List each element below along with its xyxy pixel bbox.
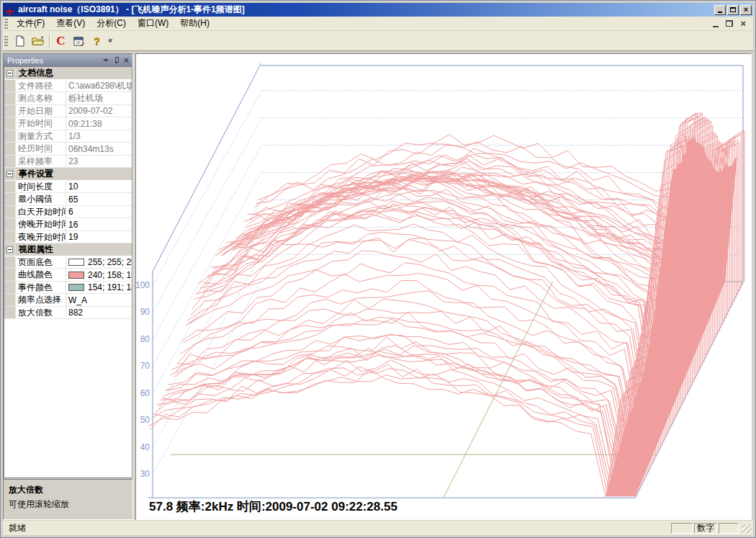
property-row: 时间长度10 xyxy=(4,181,132,194)
property-label: 开始日期 xyxy=(16,105,66,117)
property-row: 频率点选择W_A xyxy=(4,294,132,307)
property-value[interactable]: W_A xyxy=(66,294,132,306)
menu-item[interactable]: 分析(C) xyxy=(91,16,132,31)
property-section-header[interactable]: 事件设置 xyxy=(4,168,132,181)
property-label: 曲线颜色 xyxy=(16,269,66,281)
property-row: 傍晚开始时间16 xyxy=(4,218,132,231)
panel-pin-icon[interactable] xyxy=(114,57,119,64)
properties-button[interactable] xyxy=(70,32,88,50)
waterfall-slice xyxy=(153,367,640,488)
property-label: 文件路径 xyxy=(16,80,66,92)
property-label: 经历时间 xyxy=(16,143,66,155)
property-value[interactable]: 65 xyxy=(66,193,132,205)
help-button[interactable]: ? xyxy=(88,32,106,50)
property-value[interactable]: 23 xyxy=(66,156,132,168)
property-label: 开始时间 xyxy=(16,117,66,130)
panel-dropdown-icon[interactable] xyxy=(103,59,109,62)
property-value[interactable]: 06h34m13s xyxy=(66,143,132,155)
db-axis-tick: 30 xyxy=(140,469,150,479)
property-value[interactable]: 2009-07-02 xyxy=(66,105,132,117)
property-value[interactable]: 882 xyxy=(66,307,132,319)
new-document-icon xyxy=(14,35,26,47)
property-row: 经历时间06h34m13s xyxy=(4,143,132,156)
properties-panel: Properties × 文档信息文件路径C:\awa6298\机场测点名称栎社… xyxy=(3,53,133,520)
property-value[interactable]: 19 xyxy=(66,231,132,243)
property-row: 白天开始时间6 xyxy=(4,206,132,219)
property-value[interactable]: 10 xyxy=(66,181,132,193)
waterfall-chart-area[interactable]: 10090807060504030 57.8 频率:2kHz 时间:2009-0… xyxy=(135,53,752,520)
panel-close-icon[interactable]: × xyxy=(124,57,129,64)
property-row: 文件路径C:\awa6298\机场 xyxy=(4,80,132,93)
maximize-button[interactable] xyxy=(727,5,739,15)
app-icon-airplane xyxy=(4,5,16,15)
property-row: 测点名称栎社机场 xyxy=(4,92,132,105)
properties-panel-title: Properties xyxy=(7,56,43,65)
status-cell-num: 数字 xyxy=(694,523,717,534)
collapse-icon[interactable] xyxy=(6,246,13,253)
property-row: 最小阈值65 xyxy=(4,193,132,206)
help-icon: ? xyxy=(94,35,100,47)
toolbar-overflow-button[interactable] xyxy=(106,33,114,49)
close-button[interactable]: × xyxy=(740,5,752,15)
mdi-minimize-icon[interactable] xyxy=(713,26,719,27)
mdi-restore-icon[interactable] xyxy=(726,20,733,27)
application-window: { "window": { "title": "aircraft noise（I… xyxy=(0,0,756,538)
property-section-header[interactable]: 文档信息 xyxy=(4,67,132,80)
property-value[interactable]: 240; 158; 158 xyxy=(66,269,132,281)
analyze-c-button[interactable]: C xyxy=(52,32,70,50)
menu-item[interactable]: 查看(V) xyxy=(50,16,91,31)
property-row: 事件颜色154; 191; 188 xyxy=(4,282,132,295)
menu-item[interactable]: 窗口(W) xyxy=(132,16,174,31)
waterfall-slice xyxy=(150,375,636,495)
property-label: 测点名称 xyxy=(16,92,66,104)
property-value[interactable]: 16 xyxy=(66,218,132,230)
waterfall-3d-plot[interactable]: 10090807060504030 xyxy=(136,54,751,519)
property-value[interactable]: 6 xyxy=(66,206,132,218)
color-swatch xyxy=(68,284,84,291)
waterfall-slice xyxy=(177,274,664,441)
property-description-text: 可使用滚轮缩放 xyxy=(9,498,127,511)
section-title: 事件设置 xyxy=(16,168,53,180)
properties-panel-header[interactable]: Properties × xyxy=(4,54,132,66)
property-label: 采样频率 xyxy=(16,156,66,168)
property-label: 夜晚开始时间 xyxy=(16,231,66,243)
property-value[interactable]: 09:21:38 xyxy=(66,117,132,130)
resize-grip[interactable] xyxy=(742,524,752,534)
title-bar[interactable]: aircraft noise（ISO3891） - [飞机噪声分析1-事件1频谱… xyxy=(3,3,753,17)
toolbar-separator xyxy=(49,34,50,48)
property-value[interactable]: C:\awa6298\机场 xyxy=(66,80,132,92)
menu-item[interactable]: 文件(F) xyxy=(11,16,50,31)
section-title: 文档信息 xyxy=(16,67,53,79)
db-axis-tick: 40 xyxy=(140,442,150,452)
open-file-button[interactable] xyxy=(29,32,47,50)
waterfall-slice xyxy=(152,364,639,491)
waterfall-slice xyxy=(195,146,682,405)
collapse-icon[interactable] xyxy=(6,70,13,76)
property-row: 测量方式1/3 xyxy=(4,130,132,143)
property-value[interactable]: 1/3 xyxy=(66,130,132,143)
menu-bar: 文件(F)查看(V)分析(C)窗口(W)帮助(H) × xyxy=(3,17,753,31)
collapse-icon[interactable] xyxy=(6,171,13,177)
property-value[interactable]: 154; 191; 188 xyxy=(66,282,132,294)
waterfall-slice xyxy=(160,346,647,475)
toolbar-grip-handle[interactable] xyxy=(4,36,8,46)
status-text: 就绪 xyxy=(3,522,26,534)
property-row: 放大倍数882 xyxy=(4,307,132,320)
db-axis-tick: 90 xyxy=(140,307,150,317)
property-value[interactable]: 栎社机场 xyxy=(66,92,132,104)
property-label: 傍晚开始时间 xyxy=(16,218,66,230)
new-document-button[interactable] xyxy=(11,32,29,50)
property-label: 白天开始时间 xyxy=(16,206,66,218)
toolbar: C ? xyxy=(3,31,753,51)
property-label: 频率点选择 xyxy=(16,294,66,306)
menu-item[interactable]: 帮助(H) xyxy=(174,16,215,31)
close-icon: × xyxy=(744,6,748,14)
mdi-close-icon[interactable]: × xyxy=(740,20,746,27)
property-value[interactable]: 255; 255; 255 xyxy=(66,256,132,269)
property-description-title: 放大倍数 xyxy=(9,484,127,496)
property-section-header[interactable]: 视图属性 xyxy=(4,243,132,256)
property-row: 采样频率23 xyxy=(4,156,132,169)
cursor-readout: 57.8 频率:2kHz 时间:2009-07-02 09:22:28.55 xyxy=(149,498,397,515)
minimize-button[interactable] xyxy=(714,5,726,15)
menu-grip-handle[interactable] xyxy=(4,19,8,29)
